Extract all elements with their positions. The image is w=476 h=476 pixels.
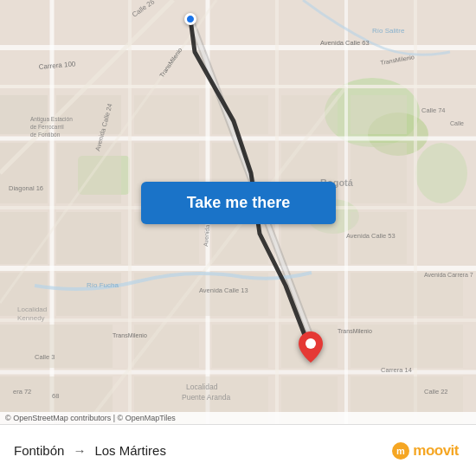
svg-text:Avenida Calle 13: Avenida Calle 13 — [199, 286, 248, 294]
svg-text:Río Fucha: Río Fucha — [87, 281, 119, 289]
svg-text:TransMilenio: TransMilenio — [338, 328, 372, 334]
svg-text:Calle 22: Calle 22 — [424, 388, 448, 396]
svg-text:de Ferrocarril: de Ferrocarril — [30, 124, 64, 130]
svg-text:Calle 74: Calle 74 — [421, 106, 446, 114]
origin-marker — [184, 13, 196, 25]
svg-text:de Fontibón: de Fontibón — [30, 132, 61, 138]
origin-label: Fontibón — [14, 443, 64, 458]
destination-marker — [299, 331, 323, 366]
svg-rect-42 — [351, 143, 407, 203]
svg-text:Antigua Estación: Antigua Estación — [30, 116, 73, 123]
svg-text:Localidad: Localidad — [17, 306, 47, 313]
attribution-text: © OpenStreetMap contributors | © OpenMap… — [5, 414, 176, 422]
svg-point-4 — [415, 143, 467, 203]
svg-rect-40 — [351, 95, 407, 134]
svg-text:TransMilenio: TransMilenio — [113, 332, 147, 338]
map-container: Carrera 100 Calle 26 Avenida Calle 63 Tr… — [0, 0, 476, 424]
bottom-bar: Fontibón → Los Mártires m moovit — [0, 424, 476, 476]
svg-text:era 72: era 72 — [13, 388, 31, 396]
route-info: Fontibón → Los Mártires — [14, 443, 166, 458]
moovit-logo: m moovit — [391, 441, 459, 460]
svg-rect-39 — [281, 95, 338, 134]
svg-text:Avenida Calle 53: Avenida Calle 53 — [346, 232, 396, 240]
svg-text:Kennedy: Kennedy — [17, 314, 45, 322]
svg-text:68: 68 — [52, 392, 59, 400]
svg-text:Puente Aranda: Puente Aranda — [182, 393, 231, 402]
svg-rect-24 — [56, 212, 121, 264]
svg-point-86 — [306, 338, 316, 349]
svg-text:Río Salitre: Río Salitre — [372, 27, 405, 35]
svg-text:Avenida Carrera 7: Avenida Carrera 7 — [424, 272, 473, 278]
svg-rect-27 — [0, 325, 113, 368]
moovit-text: moovit — [413, 442, 459, 460]
route-arrow: → — [73, 443, 86, 458]
svg-text:Calle: Calle — [450, 120, 464, 126]
attribution-bar: © OpenStreetMap contributors | © OpenMap… — [0, 412, 476, 424]
svg-rect-46 — [351, 273, 463, 316]
svg-rect-23 — [0, 212, 48, 264]
cta-label: Take me there — [187, 194, 291, 212]
svg-text:Calle 3: Calle 3 — [35, 353, 55, 361]
destination-label: Los Mártires — [94, 443, 166, 458]
svg-text:Diagonal 16: Diagonal 16 — [9, 184, 43, 192]
svg-rect-20 — [56, 95, 121, 134]
svg-rect-37 — [212, 325, 268, 368]
svg-rect-22 — [56, 143, 121, 203]
svg-text:Avenida Calle 63: Avenida Calle 63 — [320, 39, 370, 47]
svg-text:Carrera 14: Carrera 14 — [381, 366, 412, 374]
svg-rect-36 — [134, 325, 199, 368]
svg-text:Localidad: Localidad — [186, 383, 218, 391]
take-me-there-button[interactable]: Take me there — [141, 182, 336, 224]
svg-rect-26 — [56, 273, 121, 316]
svg-text:m: m — [396, 446, 405, 456]
moovit-icon: m — [391, 441, 410, 460]
